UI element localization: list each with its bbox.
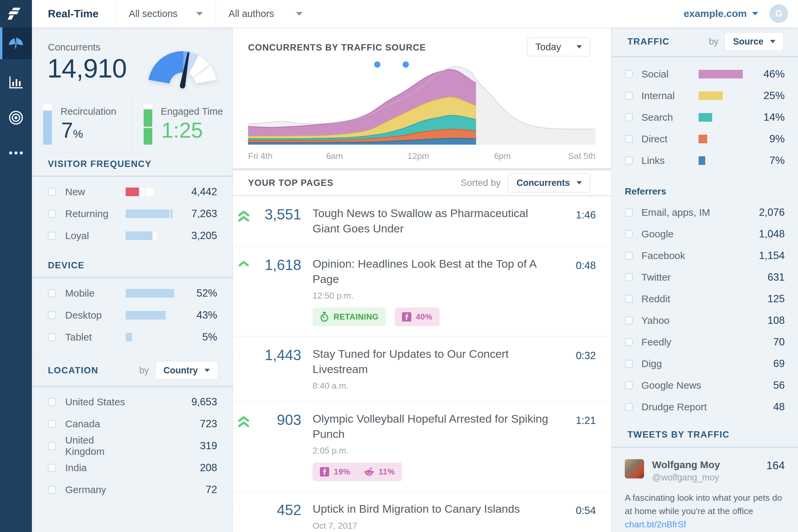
row-value: 3,205: [191, 230, 217, 242]
checkbox[interactable]: [48, 486, 56, 494]
row-value: 25%: [763, 90, 785, 102]
top-page-row-1[interactable]: 3,551Tough News to Swallow as Pharmaceut…: [233, 196, 611, 246]
page-title-text[interactable]: Olympic Volleyball Hopeful Arrested for …: [312, 411, 553, 441]
checkbox[interactable]: [48, 188, 56, 196]
checkbox[interactable]: [625, 381, 633, 390]
page-timestamp: 8:40 a.m.: [312, 381, 553, 391]
checkbox[interactable]: [625, 252, 633, 260]
row-label: Google News: [641, 380, 701, 391]
trend-indicator: [233, 346, 255, 391]
checkbox[interactable]: [625, 70, 633, 78]
tweets-title: TWEETS BY TRAFFIC: [627, 430, 729, 440]
location-selector[interactable]: Country: [155, 361, 219, 380]
authors-filter[interactable]: All authors: [215, 0, 315, 27]
device-row-mobile: Mobile52%: [32, 282, 232, 304]
traffic-selector[interactable]: Source: [724, 32, 784, 51]
badge-label: RETAINING: [334, 312, 379, 322]
chevron-down-icon: [770, 40, 775, 43]
row-value: 46%: [763, 68, 785, 80]
chartbeat-logo[interactable]: [0, 0, 32, 27]
referrer-row-email-apps-im: Email, apps, IM2,076: [611, 202, 798, 223]
checkbox[interactable]: [48, 398, 56, 406]
page-title-text[interactable]: Uptick in Bird Migration to Canary Islan…: [312, 501, 553, 517]
row-label: Drudge Report: [641, 401, 707, 413]
nav-item-heads-up[interactable]: [0, 102, 32, 134]
checkbox[interactable]: [48, 311, 56, 319]
checkbox[interactable]: [48, 333, 56, 341]
badge-pink: 19%11%: [312, 462, 402, 481]
checkbox[interactable]: [625, 230, 633, 238]
left-sidebar: Concurrents 14,910 Recirculation 7%: [32, 27, 233, 532]
checkbox[interactable]: [48, 442, 56, 450]
chevron-down-icon: [296, 12, 303, 16]
row-value: 56: [773, 379, 785, 391]
nav-item-realtime[interactable]: [0, 27, 32, 59]
alert-dot[interactable]: [374, 61, 380, 68]
row-value: 69: [773, 358, 785, 370]
checkbox[interactable]: [48, 289, 56, 297]
badge-label: 11%: [379, 467, 395, 476]
checkbox[interactable]: [48, 420, 56, 428]
chart-x-axis: Fri 4th6am12pm6pmSat 5th: [248, 151, 595, 162]
checkbox[interactable]: [625, 135, 633, 143]
page-title-text[interactable]: Tough News to Swallow as Pharmaceutical …: [312, 206, 553, 236]
engaged-time-label: Engaged Time: [161, 106, 223, 117]
nav-item-historical[interactable]: [0, 66, 32, 98]
location-header: LOCATION by Country: [32, 355, 232, 386]
checkbox[interactable]: [625, 360, 633, 368]
recirculation-meter: [43, 104, 52, 145]
referrer-row-twitter: Twitter631: [611, 266, 798, 288]
checkbox[interactable]: [625, 295, 633, 303]
domain-selector[interactable]: example.com: [684, 8, 758, 19]
trend-up-icon: [239, 260, 249, 267]
sections-filter[interactable]: All sections: [116, 0, 215, 27]
device-list: Mobile52%Desktop43%Tablet5%: [32, 278, 232, 355]
row-label: Digg: [641, 358, 662, 369]
row-value: 208: [200, 462, 217, 474]
recirculation-label: Recirculation: [60, 106, 116, 117]
checkbox[interactable]: [625, 317, 633, 324]
referrer-row-google-news: Google News56: [611, 374, 798, 396]
sort-selector[interactable]: Concurrents: [508, 173, 590, 192]
trend-indicator: [233, 411, 255, 481]
location-row-canada: Canada723: [32, 413, 232, 435]
trend-indicator: [233, 206, 255, 236]
sort-selector-value: Concurrents: [516, 178, 570, 188]
row-label: Links: [641, 155, 699, 166]
alert-dot[interactable]: [403, 61, 409, 68]
avatar[interactable]: G: [770, 4, 788, 23]
checkbox[interactable]: [48, 210, 56, 218]
row-label: New: [65, 186, 126, 197]
facebook-icon: [320, 467, 329, 476]
main-content: CONCURRENTS BY TRAFFIC SOURCE Today Fri …: [233, 27, 611, 532]
page-engaged-time: 1:46: [553, 206, 596, 236]
row-value: 14%: [763, 111, 785, 124]
row-label: United Kingdom: [65, 435, 126, 457]
page-title-text[interactable]: Opinion: Headlines Look Best at the Top …: [312, 256, 553, 287]
row-label: Loyal: [65, 230, 126, 241]
checkbox[interactable]: [625, 273, 633, 281]
top-page-row-3[interactable]: 1,443Stay Tuned for Updates to Our Conce…: [233, 337, 611, 401]
tweet-link[interactable]: chart.bt/2nBfrSf: [625, 519, 686, 529]
checkbox[interactable]: [625, 113, 633, 121]
checkbox[interactable]: [625, 338, 633, 346]
x-tick: 6pm: [494, 151, 511, 161]
mini-bar: [126, 188, 176, 196]
chart-range-selector[interactable]: Today: [527, 37, 590, 57]
page-badges: RETAINING40%: [312, 307, 553, 326]
nav-item-more[interactable]: [0, 137, 32, 169]
chevron-down-icon: [196, 12, 203, 16]
checkbox[interactable]: [625, 403, 633, 411]
top-page-row-2[interactable]: 1,618Opinion: Headlines Look Best at the…: [233, 246, 611, 337]
location-list: United States9,653Canada723United Kingdo…: [32, 387, 232, 507]
checkbox[interactable]: [48, 232, 56, 240]
page-title-text[interactable]: Stay Tuned for Updates to Our Concert Li…: [312, 346, 553, 377]
top-page-row-5[interactable]: 452Uptick in Bird Migration to Canary Is…: [233, 491, 611, 532]
referrer-row-drudge-report: Drudge Report48: [611, 396, 798, 418]
checkbox[interactable]: [625, 208, 633, 216]
checkbox[interactable]: [625, 92, 633, 100]
checkbox[interactable]: [48, 464, 56, 472]
top-page-row-4[interactable]: 903Olympic Volleyball Hopeful Arrested f…: [233, 401, 611, 491]
checkbox[interactable]: [625, 157, 633, 165]
row-label: Search: [641, 112, 699, 123]
